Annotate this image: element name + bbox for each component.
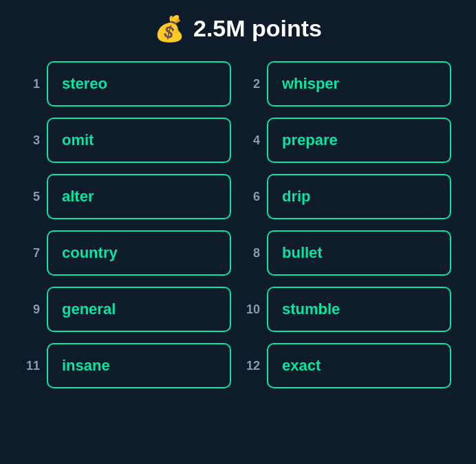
word-label: omit (62, 131, 94, 148)
word-box[interactable]: alter (47, 174, 231, 219)
item-number: 5 (25, 190, 40, 204)
list-item: 4prepare (245, 118, 451, 163)
coin-icon: 💰 (154, 16, 185, 41)
word-label: exact (282, 357, 321, 374)
item-number: 11 (25, 359, 40, 373)
item-number: 9 (25, 302, 40, 317)
list-item: 8bullet (245, 230, 451, 276)
word-label: drip (282, 188, 311, 205)
list-item: 10stumble (245, 287, 451, 332)
word-box[interactable]: prepare (267, 118, 451, 163)
item-number: 8 (245, 246, 260, 261)
word-box[interactable]: general (47, 287, 231, 332)
item-number: 7 (25, 246, 40, 261)
points-display: 2.5M points (193, 15, 322, 42)
item-number: 4 (245, 133, 260, 148)
list-item: 1stereo (25, 61, 231, 107)
word-box[interactable]: drip (267, 174, 451, 219)
word-box[interactable]: bullet (267, 230, 451, 276)
item-number: 10 (245, 302, 260, 317)
word-label: stereo (62, 75, 107, 92)
word-box[interactable]: exact (267, 343, 451, 388)
list-item: 11insane (25, 343, 231, 388)
word-label: whisper (282, 75, 339, 92)
word-box[interactable]: whisper (267, 61, 451, 107)
word-label: insane (62, 357, 110, 374)
word-grid: 1stereo2whisper3omit4prepare5alter6drip7… (0, 61, 476, 388)
word-box[interactable]: stumble (267, 287, 451, 332)
item-number: 12 (245, 359, 260, 373)
list-item: 3omit (25, 118, 231, 163)
word-label: bullet (282, 244, 323, 261)
header: 💰 2.5M points (154, 15, 322, 42)
list-item: 6drip (245, 174, 451, 219)
word-box[interactable]: country (47, 230, 231, 276)
word-label: country (62, 244, 118, 261)
item-number: 2 (245, 77, 260, 91)
list-item: 9general (25, 287, 231, 332)
word-box[interactable]: insane (47, 343, 231, 388)
word-label: alter (62, 188, 94, 205)
word-box[interactable]: stereo (47, 61, 231, 107)
word-label: general (62, 300, 116, 318)
word-label: stumble (282, 300, 340, 318)
item-number: 1 (25, 77, 40, 91)
list-item: 2whisper (245, 61, 451, 107)
word-box[interactable]: omit (47, 118, 231, 163)
list-item: 12exact (245, 343, 451, 388)
item-number: 6 (245, 190, 260, 204)
list-item: 7country (25, 230, 231, 276)
word-label: prepare (282, 131, 338, 148)
list-item: 5alter (25, 174, 231, 219)
item-number: 3 (25, 133, 40, 148)
